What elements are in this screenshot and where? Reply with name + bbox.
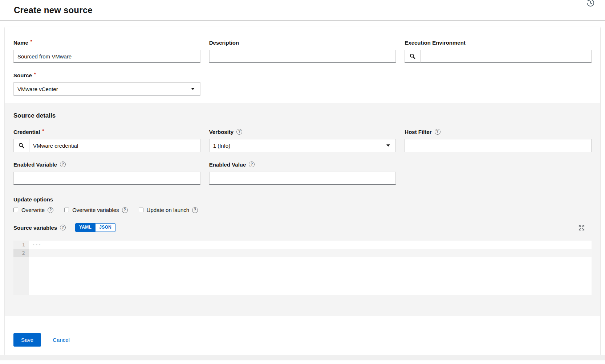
source-details-section: Source details Credential * [5, 103, 600, 316]
yaml-mode-button[interactable]: YAML [75, 223, 96, 232]
page-background-strip [0, 355, 605, 360]
overwrite-variables-checkbox-group: Overwrite variables ? [64, 207, 127, 213]
json-mode-button[interactable]: JSON [96, 223, 115, 232]
chevron-down-icon [191, 88, 195, 90]
update-on-launch-checkbox-group: Update on launch ? [139, 207, 198, 213]
help-icon[interactable]: ? [60, 161, 66, 167]
help-icon[interactable]: ? [236, 129, 242, 135]
required-asterisk: * [34, 71, 36, 77]
basic-fields-section: Name * Description Execution Environment [5, 27, 600, 103]
enabled-value-label-text: Enabled Value [209, 161, 246, 168]
verbosity-select-value: 1 (Info) [213, 143, 231, 149]
create-source-form-card: Name * Description Execution Environment [5, 27, 600, 355]
expand-icon [578, 224, 585, 231]
enabled-value-field-group: Enabled Value ? [209, 161, 396, 185]
required-asterisk: * [42, 128, 44, 134]
expand-editor-button[interactable] [577, 224, 586, 232]
editor-blank [29, 257, 592, 295]
source-label-text: Source [13, 72, 32, 78]
help-icon[interactable]: ? [435, 129, 440, 135]
enabled-variable-input[interactable] [13, 172, 200, 185]
name-label: Name * [13, 39, 200, 46]
editor-line: 1 --- [13, 241, 592, 249]
source-select[interactable]: VMware vCenter [13, 82, 200, 95]
overwrite-checkbox-label: Overwrite [21, 207, 45, 213]
name-label-text: Name [13, 40, 28, 46]
host-filter-label: Host Filter ? [405, 128, 592, 135]
search-icon [19, 143, 24, 148]
credential-label-text: Credential [13, 129, 40, 135]
verbosity-field-group: Verbosity ? 1 (Info) [209, 128, 396, 152]
description-label: Description [209, 39, 396, 46]
help-icon[interactable]: ? [192, 207, 198, 213]
verbosity-select[interactable]: 1 (Info) [209, 139, 396, 152]
name-input[interactable] [13, 50, 200, 63]
help-icon[interactable]: ? [249, 161, 255, 167]
save-button[interactable]: Save [13, 333, 41, 347]
description-input[interactable] [209, 50, 396, 63]
update-on-launch-checkbox[interactable] [139, 208, 143, 212]
source-field-group: Source * VMware vCenter [13, 71, 200, 95]
credential-field-group: Credential * [13, 128, 200, 152]
source-variables-row: Source variables ? YAML JSON [13, 223, 592, 232]
chevron-down-icon [386, 144, 390, 147]
enabled-variable-label: Enabled Variable ? [13, 161, 200, 168]
variables-mode-toggle: YAML JSON [75, 223, 115, 232]
update-options-heading: Update options [13, 196, 592, 203]
host-filter-field-group: Host Filter ? [405, 128, 592, 152]
page-title: Create new source [14, 5, 93, 15]
name-field-group: Name * [13, 39, 200, 63]
cancel-button[interactable]: Cancel [53, 337, 70, 343]
search-icon [410, 53, 415, 59]
overwrite-variables-checkbox-label: Overwrite variables [72, 207, 119, 213]
description-label-text: Description [209, 40, 239, 46]
credential-label: Credential * [13, 128, 200, 135]
enabled-variable-field-group: Enabled Variable ? [13, 161, 200, 185]
enabled-value-input[interactable] [209, 172, 396, 185]
editor-gutter [13, 257, 29, 295]
source-label: Source * [13, 71, 200, 79]
overwrite-checkbox-group: Overwrite ? [13, 207, 53, 213]
credential-lookup-button[interactable] [13, 139, 29, 152]
execution-environment-input[interactable] [421, 50, 592, 63]
description-field-group: Description [209, 39, 396, 63]
execution-environment-field-group: Execution Environment [405, 39, 592, 63]
form-actions-section: Save Cancel [5, 316, 600, 355]
overwrite-variables-checkbox[interactable] [64, 208, 69, 212]
required-asterisk: * [31, 39, 32, 44]
update-on-launch-checkbox-label: Update on launch [147, 207, 190, 213]
history-button[interactable] [585, 0, 596, 9]
verbosity-label-text: Verbosity [209, 129, 234, 135]
execution-environment-label: Execution Environment [405, 39, 592, 46]
enabled-value-label: Enabled Value ? [209, 161, 396, 168]
help-icon[interactable]: ? [122, 207, 128, 213]
page-header: Create new source [0, 0, 605, 21]
source-select-value: VMware vCenter [17, 86, 58, 92]
history-icon [586, 0, 595, 7]
editor-line-number: 1 [13, 241, 29, 249]
update-options-row: Overwrite ? Overwrite variables ? Update… [13, 207, 592, 213]
editor-line-content [29, 249, 592, 257]
source-variables-editor[interactable]: 1 --- 2 [13, 241, 592, 295]
editor-empty-area [13, 257, 592, 295]
host-filter-label-text: Host Filter [405, 129, 431, 135]
overwrite-checkbox[interactable] [13, 208, 18, 212]
editor-line-active: 2 [13, 249, 592, 257]
help-icon[interactable]: ? [48, 207, 53, 213]
help-icon[interactable]: ? [60, 225, 66, 230]
verbosity-label: Verbosity ? [209, 128, 396, 135]
source-details-heading: Source details [13, 112, 592, 119]
editor-line-number: 2 [13, 249, 29, 257]
source-variables-label: Source variables [13, 225, 57, 231]
host-filter-input[interactable] [405, 139, 592, 152]
credential-input[interactable] [29, 139, 200, 152]
execution-environment-label-text: Execution Environment [405, 40, 466, 46]
editor-line-content: --- [29, 241, 592, 249]
execution-environment-lookup-button[interactable] [405, 50, 421, 63]
enabled-variable-label-text: Enabled Variable [13, 161, 57, 168]
